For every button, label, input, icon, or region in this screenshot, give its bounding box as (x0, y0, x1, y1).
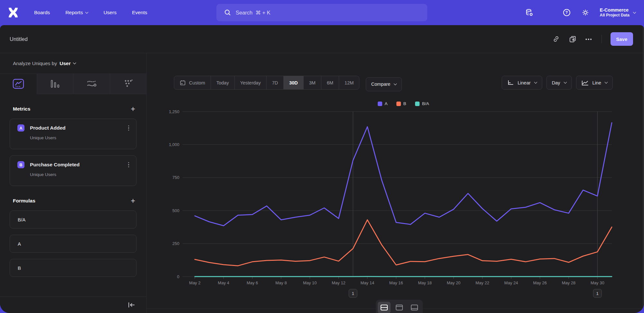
metric-title: Product Added (30, 125, 128, 131)
app-root: BoardsReportsUsersEvents ? (0, 0, 644, 313)
report-toolbar: Untitled ••• (0, 25, 644, 53)
nav-item-label: Reports (65, 10, 83, 15)
x-axis-label: May 10 (303, 280, 317, 285)
x-axis-label: May 18 (418, 280, 432, 285)
metric-subtitle: Unique Users (30, 172, 130, 177)
formula-label: B (18, 265, 21, 271)
metric-subtitle: Unique Users (30, 135, 130, 140)
query-sidebar: Analyze Uniques by User (0, 53, 147, 313)
nav-item-label: Events (132, 10, 147, 15)
series-line-b[interactable] (195, 220, 612, 266)
series-line-a[interactable] (195, 123, 612, 226)
metric-card[interactable]: BPurchase CompletedUnique Users (10, 155, 137, 186)
save-button[interactable]: Save (611, 32, 633, 46)
x-axis-label: May 26 (533, 280, 547, 285)
view-type-tabs (0, 73, 146, 94)
svg-text:1: 1 (596, 291, 599, 296)
layout-split-view-button[interactable] (378, 302, 391, 313)
metric-title: Purchase Completed (30, 162, 128, 168)
x-axis-label: May 22 (476, 280, 489, 285)
search-bar[interactable] (216, 4, 427, 21)
apps-grid-icon[interactable] (544, 8, 552, 17)
metric-cards: AProduct AddedUnique UsersBPurchase Comp… (10, 119, 137, 186)
y-axis-label: 500 (172, 208, 179, 213)
y-axis-label: 750 (172, 175, 179, 180)
metric-badge: B (17, 161, 24, 168)
flow-icon (86, 79, 97, 88)
entity-selector[interactable]: User (60, 61, 76, 66)
add-metric-button[interactable]: + (131, 106, 135, 112)
nav-item-boards[interactable]: Boards (34, 10, 50, 15)
annotation-badge[interactable]: 1 (593, 289, 601, 298)
view-tab-line-chart[interactable] (0, 74, 37, 94)
x-axis-label: May 28 (562, 280, 576, 285)
formula-label: B/A (18, 217, 25, 222)
chevron-down-icon (73, 61, 76, 64)
mixpanel-logo[interactable] (7, 7, 20, 18)
nav-item-label: Boards (34, 10, 50, 15)
content-window: Untitled ••• (0, 25, 644, 313)
chevron-down-icon (633, 10, 636, 14)
nav-item-events[interactable]: Events (132, 10, 147, 15)
x-axis-label: May 30 (591, 280, 604, 285)
metric-options-button[interactable] (128, 125, 130, 132)
entity-selector-value: User (60, 61, 71, 66)
metric-options-button[interactable] (128, 161, 130, 168)
search-input[interactable] (236, 10, 397, 16)
view-tab-breakdown-dots[interactable] (110, 74, 147, 94)
trend-chart[interactable]: 02505007501,0001,250May 2May 4May 6May 8… (147, 53, 644, 313)
annotation-badge[interactable]: 1 (349, 289, 357, 298)
svg-text:1: 1 (352, 291, 354, 296)
metric-badge: A (17, 124, 24, 132)
x-axis-label: May 16 (389, 280, 403, 285)
collapse-sidebar-button[interactable] (128, 302, 135, 308)
analysis-header: Analyze Uniques by User (0, 53, 146, 73)
top-nav: BoardsReportsUsersEvents ? (0, 0, 644, 25)
x-axis-label: May 6 (247, 280, 258, 285)
x-axis-label: May 24 (504, 280, 518, 285)
search-icon (224, 9, 231, 16)
metric-card[interactable]: AProduct AddedUnique Users (10, 119, 137, 149)
duplicate-button[interactable] (569, 35, 576, 43)
y-axis-label: 0 (177, 274, 179, 279)
formulas-section-head: Formulas + (13, 198, 135, 204)
x-axis-label: May 20 (447, 280, 460, 285)
x-axis-label: May 14 (361, 280, 374, 285)
sidebar-footer (0, 297, 146, 313)
data-connections-icon[interactable] (525, 8, 534, 17)
chart-panel: CustomTodayYesterday7D30D3M6M12M Compare… (147, 53, 644, 313)
view-tab-flow[interactable] (73, 74, 110, 94)
nav-item-reports[interactable]: Reports (65, 10, 88, 15)
window-scrollbar[interactable] (643, 25, 644, 313)
y-axis-label: 1,000 (169, 142, 179, 147)
toolbar-divider (601, 35, 602, 43)
x-axis-label: May 4 (218, 280, 229, 285)
project-name: E-Commerce (600, 7, 630, 13)
add-formula-button[interactable]: + (131, 198, 135, 204)
x-axis-label: May 2 (189, 280, 200, 285)
metrics-heading: Metrics (13, 106, 30, 112)
project-switcher[interactable]: E-Commerce All Project Data (600, 7, 636, 18)
layout-table-view-button[interactable] (408, 302, 421, 313)
y-axis-label: 250 (172, 241, 179, 246)
nav-links: BoardsReportsUsersEvents (34, 10, 147, 15)
layout-chart-view-button[interactable] (393, 302, 406, 313)
project-subtitle: All Project Data (600, 13, 630, 18)
nav-right-cluster: ? E-Commerce All Project Data (525, 0, 636, 25)
x-axis-label: May 8 (275, 280, 287, 285)
formula-card[interactable]: B/A (10, 210, 137, 229)
more-options-button[interactable]: ••• (585, 35, 593, 43)
breakdown-dots-icon (123, 79, 133, 88)
help-icon[interactable]: ? (563, 8, 571, 17)
bar-chart-icon (51, 80, 59, 88)
layout-toggle-group (376, 300, 423, 313)
view-tab-bar-chart[interactable] (37, 74, 73, 94)
nav-item-users[interactable]: Users (103, 10, 116, 15)
formulas-heading: Formulas (13, 198, 35, 204)
share-link-button[interactable] (552, 35, 560, 43)
x-axis-label: May 12 (332, 280, 346, 285)
settings-gear-icon[interactable] (581, 8, 590, 17)
formula-card[interactable]: B (10, 259, 137, 277)
formula-card[interactable]: A (10, 235, 137, 253)
line-chart-icon (13, 79, 24, 89)
